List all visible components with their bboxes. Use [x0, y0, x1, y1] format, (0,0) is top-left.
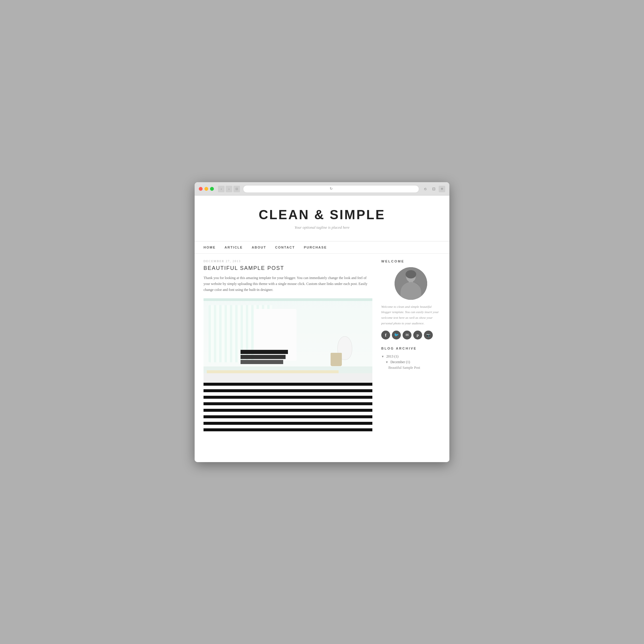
book-2: [241, 355, 286, 359]
maximize-button[interactable]: [210, 187, 214, 191]
archive-month[interactable]: ▼ December (1): [385, 360, 440, 364]
browser-nav: ‹ › ⊡: [218, 186, 240, 192]
tab-button[interactable]: ⊡: [233, 186, 240, 192]
facebook-icon[interactable]: f: [381, 331, 390, 339]
browser-chrome: ‹ › ⊡ ↻ ⎋ ⊡ +: [195, 182, 449, 196]
nav-home[interactable]: HOME: [204, 246, 216, 249]
triangle-icon: ▼: [381, 355, 384, 358]
avatar: [395, 267, 427, 300]
svg-point-5: [408, 283, 420, 293]
avatar-image: [395, 267, 427, 300]
table-top: [207, 370, 339, 373]
social-icons: f 🐦 ✉ p 📷: [381, 331, 440, 339]
post-image-inner: [204, 298, 372, 435]
duplicate-button[interactable]: ⊡: [430, 186, 437, 192]
close-button[interactable]: [199, 187, 203, 191]
sidebar-welcome-section: WELCOME: [381, 259, 440, 340]
archive-year[interactable]: ▼ 2013 (1): [381, 354, 440, 359]
instagram-icon[interactable]: 📷: [424, 331, 433, 339]
blog-page: CLEAN & SIMPLE Your optional tagline is …: [195, 196, 449, 462]
address-bar[interactable]: ↻: [243, 185, 419, 193]
triangle-month-icon: ▼: [385, 361, 388, 364]
post-date: DECEMBER 27, 2013: [204, 259, 372, 263]
sidebar: WELCOME: [381, 259, 440, 435]
nav-article[interactable]: ARTICLE: [225, 246, 243, 249]
book-1: [241, 350, 288, 354]
share-button[interactable]: ⎋: [422, 186, 429, 192]
twitter-icon[interactable]: 🐦: [392, 331, 401, 339]
archive-heading: BLOG ARCHIVE: [381, 347, 440, 350]
svg-point-2: [406, 270, 416, 278]
main-content: DECEMBER 27, 2013 BEAUTIFUL SAMPLE POST …: [204, 259, 372, 435]
blog-layout: DECEMBER 27, 2013 BEAUTIFUL SAMPLE POST …: [195, 254, 449, 440]
sidebar-bio: Welcome to clean and simple beautiful bl…: [381, 304, 440, 326]
svg-point-3: [401, 283, 420, 300]
browser-window: ‹ › ⊡ ↻ ⎋ ⊡ + CLEAN & SIMPLE Your option…: [195, 182, 449, 462]
traffic-lights: [199, 187, 214, 191]
nav-purchase[interactable]: PURCHASE: [304, 246, 327, 249]
blog-title: CLEAN & SIMPLE: [201, 207, 443, 222]
striped-rug: [204, 383, 372, 435]
minimize-button[interactable]: [204, 187, 208, 191]
blog-tagline: Your optional tagline is placed here: [201, 225, 443, 230]
nav-contact[interactable]: CONTACT: [275, 246, 295, 249]
email-icon[interactable]: ✉: [403, 331, 411, 339]
book-3: [241, 360, 283, 364]
post-image: [204, 298, 372, 435]
forward-button[interactable]: ›: [226, 186, 232, 192]
books-stack: [241, 350, 288, 364]
pinterest-icon[interactable]: p: [413, 331, 422, 339]
post-body: Thank you for looking at this amazing te…: [204, 275, 372, 293]
nav-about[interactable]: ABOUT: [252, 246, 266, 249]
welcome-heading: WELCOME: [381, 259, 440, 263]
mug: [331, 353, 342, 366]
refresh-icon: ↻: [330, 187, 333, 191]
new-tab-button[interactable]: +: [439, 186, 445, 192]
blog-nav: HOME ARTICLE ABOUT CONTACT PURCHASE: [195, 241, 449, 254]
blog-header: CLEAN & SIMPLE Your optional tagline is …: [195, 196, 449, 241]
post-title: BEAUTIFUL SAMPLE POST: [204, 265, 372, 271]
browser-actions: ⎋ ⊡ +: [422, 186, 445, 192]
archive-post[interactable]: Beautiful Sample Post: [388, 366, 440, 370]
sidebar-archive-section: BLOG ARCHIVE ▼ 2013 (1) ▼ December (1) B…: [381, 347, 440, 370]
back-button[interactable]: ‹: [218, 186, 225, 192]
svg-rect-4: [409, 281, 413, 286]
